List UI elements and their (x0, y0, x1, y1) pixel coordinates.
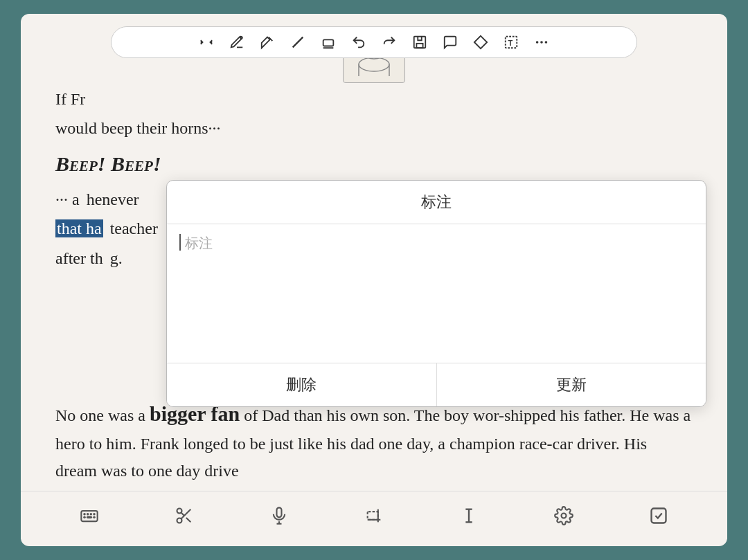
eraser-icon[interactable] (319, 33, 338, 52)
crop-icon[interactable] (360, 502, 388, 530)
annotation-dialog: 标注 标注 删除 更新 (166, 180, 706, 407)
bottom-toolbar (21, 491, 727, 539)
more-icon[interactable] (532, 33, 551, 52)
svg-line-32 (186, 517, 190, 521)
svg-point-14 (545, 41, 548, 44)
settings-icon[interactable] (550, 502, 578, 530)
annotation-placeholder: 标注 (179, 234, 693, 253)
text-ellipsis-right: henever (87, 190, 139, 208)
pen-icon[interactable] (227, 33, 247, 52)
text-line-2: would beep their horns··· (55, 115, 693, 141)
scissors-icon[interactable] (170, 502, 198, 530)
annotation-title: 标注 (167, 181, 706, 224)
toolbar: T (111, 26, 637, 58)
svg-rect-34 (276, 507, 281, 517)
highlighted-text: that ha (55, 219, 103, 237)
cursor-icon[interactable] (455, 502, 483, 530)
annotation-placeholder-text: 标注 (185, 234, 213, 253)
save-icon[interactable] (410, 33, 429, 52)
text-after-left: after th (55, 249, 103, 267)
annotation-body[interactable]: 标注 (167, 224, 706, 363)
highlighter-icon[interactable] (258, 33, 277, 52)
text-cursor (179, 234, 181, 251)
svg-point-2 (240, 37, 242, 39)
comment-icon[interactable] (440, 33, 460, 52)
beep-text: Beep! Beep! (55, 147, 693, 181)
collapse-icon[interactable] (197, 33, 216, 52)
keyboard-icon[interactable] (75, 502, 103, 530)
text-content-2: would beep their horns··· (55, 119, 221, 137)
undo-icon[interactable] (349, 33, 368, 52)
svg-point-30 (177, 518, 181, 523)
svg-text:T: T (508, 39, 513, 47)
diagonal-line-icon[interactable] (288, 33, 308, 52)
svg-rect-5 (323, 39, 334, 46)
bottom-paragraph: No one was a bigger fan of Dad than his … (21, 397, 727, 484)
annotation-footer: 删除 更新 (167, 363, 706, 406)
svg-rect-7 (414, 37, 426, 48)
text-teacher-right: teacher (110, 219, 158, 237)
svg-point-41 (562, 513, 567, 518)
update-button[interactable]: 更新 (437, 363, 706, 406)
svg-point-12 (536, 41, 539, 44)
svg-point-29 (177, 508, 181, 513)
svg-marker-9 (474, 36, 487, 48)
ereader-frame: T (21, 14, 727, 546)
svg-rect-8 (416, 44, 422, 48)
svg-line-33 (181, 512, 184, 516)
shape-icon[interactable] (471, 33, 490, 52)
text-after-right: g. (110, 249, 123, 267)
mic-icon[interactable] (265, 502, 293, 530)
text-line-1: If Fr (55, 86, 693, 112)
text-ellipsis-left: ··· a (55, 190, 80, 208)
check-icon[interactable] (645, 502, 673, 530)
svg-point-18 (359, 57, 389, 71)
svg-rect-42 (652, 508, 666, 523)
svg-line-4 (293, 37, 303, 48)
text-icon[interactable]: T (501, 33, 521, 52)
redo-icon[interactable] (380, 33, 399, 52)
svg-point-13 (540, 41, 543, 44)
delete-button[interactable]: 删除 (167, 363, 436, 406)
para-start: No one was a (55, 406, 150, 424)
svg-rect-37 (368, 512, 378, 520)
text-content-1: If Fr (55, 90, 85, 108)
